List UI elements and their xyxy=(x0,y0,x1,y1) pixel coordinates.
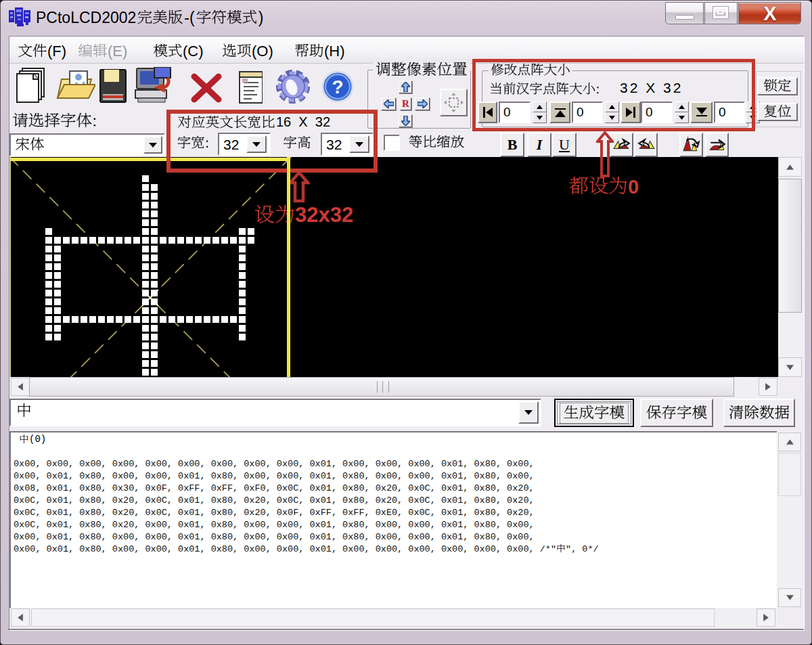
svg-text:?: ? xyxy=(332,76,343,97)
